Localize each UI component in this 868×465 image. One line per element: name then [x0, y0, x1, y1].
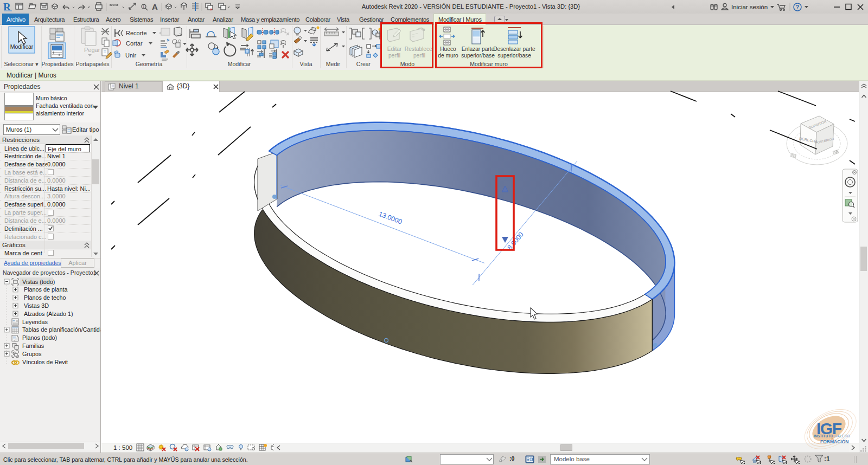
svg-text:Leyendas: Leyendas	[22, 319, 48, 325]
svg-text:Planos (todo): Planos (todo)	[22, 335, 57, 341]
svg-text:Recorte: Recorte	[126, 30, 147, 36]
svg-text:Cortar: Cortar	[126, 40, 143, 47]
svg-text:Alzados (Alzado 1): Alzados (Alzado 1)	[24, 311, 73, 317]
svg-text:Vínculos de Revit: Vínculos de Revit	[22, 359, 68, 365]
svg-text:Grupos: Grupos	[22, 351, 42, 357]
svg-text:?: ?	[796, 4, 800, 10]
svg-text:Modificar: Modificar	[10, 43, 34, 50]
svg-text:Planos de techo: Planos de techo	[24, 295, 66, 301]
svg-text:A: A	[152, 2, 158, 11]
svg-text::1: :1	[824, 455, 830, 463]
svg-text:1: 1	[143, 5, 145, 9]
svg-text:Tablas de planificación/Cantid: Tablas de planificación/Cantidade	[22, 327, 100, 333]
svg-text:Iniciar sesión: Iniciar sesión	[731, 4, 768, 10]
svg-text:Autodesk Revit 2020 - VERSIÓN: Autodesk Revit 2020 - VERSIÓN DEL ESTUDI…	[362, 3, 580, 10]
svg-text:Unir: Unir	[125, 52, 137, 59]
svg-text:Vistas (todo): Vistas (todo)	[22, 279, 55, 285]
svg-text:Planos de planta: Planos de planta	[24, 287, 67, 293]
svg-text:Familias: Familias	[22, 343, 44, 349]
svg-text:Pegar: Pegar	[84, 47, 100, 53]
svg-text:Vistas 3D: Vistas 3D	[24, 302, 49, 309]
